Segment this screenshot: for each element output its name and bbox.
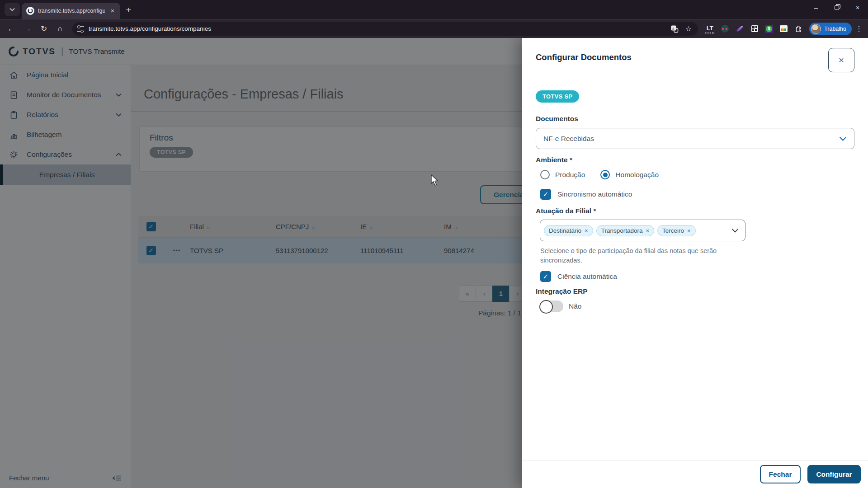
window-controls: – × (806, 0, 868, 15)
radio-producao-label: Produção (555, 171, 585, 179)
profile-name: Trabalho (824, 26, 846, 32)
qr-code-extension-icon[interactable] (750, 24, 759, 33)
atuacao-label: Atuação da Filial * (536, 207, 854, 215)
tab-title: transmite.totvs.app/configurati (38, 8, 105, 14)
configurar-button[interactable]: Configurar (807, 465, 861, 483)
modal-close-button[interactable]: × (828, 48, 854, 72)
money-extension-icon[interactable]: $ (765, 25, 773, 33)
tag-remove-button[interactable]: × (646, 227, 649, 234)
integracao-toggle[interactable] (540, 300, 563, 312)
tab-favicon-icon (26, 7, 34, 15)
modal-company-chip: TOTVS SP (536, 90, 579, 103)
back-button[interactable]: ← (5, 22, 18, 36)
window-restore-button[interactable] (826, 0, 847, 15)
url-bar[interactable]: transmite.totvs.app/configurations/compa… (72, 22, 698, 36)
tab-search-button[interactable] (5, 3, 20, 16)
sincronismo-label: Sincronismo automático (557, 190, 632, 198)
site-settings-icon[interactable] (77, 26, 84, 32)
radio-producao[interactable] (540, 170, 550, 179)
radio-homologacao-label: Homologação (615, 171, 659, 179)
tag-destinatario: Destinatário× (544, 225, 593, 236)
extensions-area: LT $ (705, 24, 803, 33)
browser-menu-button[interactable]: ⋮ (854, 24, 863, 33)
url-text: transmite.totvs.app/configurations/compa… (89, 25, 665, 32)
modal-title: Configurar Documentos (536, 52, 855, 62)
toggle-state-label: Não (569, 302, 581, 310)
documentos-select[interactable]: NF-e Recebidas (536, 128, 854, 149)
new-tab-button[interactable]: + (126, 5, 131, 15)
configure-documents-modal: Configurar Documentos × TOTVS SP Documen… (522, 38, 868, 488)
sincronismo-checkbox[interactable]: ✓ (540, 189, 551, 200)
browser-toolbar: ← → ↻ ⌂ transmite.totvs.app/configuratio… (0, 19, 868, 38)
restore-icon (835, 5, 839, 10)
screen: transmite.totvs.app/configurati × + – × … (0, 0, 868, 488)
window-minimize-button[interactable]: – (806, 0, 826, 15)
tag-terceiro: Terceiro× (657, 225, 696, 236)
home-button[interactable]: ⌂ (53, 22, 67, 36)
languagetool-extension-icon[interactable]: LT (705, 24, 714, 33)
integracao-label: Integração ERP (536, 287, 854, 296)
avatar-mask-extension-icon[interactable] (720, 24, 729, 33)
browser-tab[interactable]: transmite.totvs.app/configurati × (22, 3, 120, 19)
documentos-value: NF-e Recebidas (543, 135, 594, 143)
atuacao-helper-text: Selecione o tipo de participação da fili… (540, 246, 753, 265)
tag-remove-button[interactable]: × (585, 227, 588, 234)
chevron-down-icon (9, 8, 15, 11)
mouse-cursor (430, 174, 440, 186)
extensions-puzzle-icon[interactable] (794, 24, 803, 33)
modal-footer: Fechar Configurar (522, 460, 868, 488)
chevron-down-icon (731, 228, 739, 233)
atuacao-multiselect[interactable]: Destinatário× Transportadora× Terceiro× (540, 220, 745, 241)
documentos-label: Documentos (536, 115, 854, 123)
chevron-down-icon (839, 136, 847, 141)
ciencia-checkbox[interactable]: ✓ (540, 271, 551, 282)
ciencia-row: ✓ Ciência automática (540, 271, 854, 282)
page: TOTVS | TOTVS Transmite Página Inicial M… (0, 38, 868, 488)
feather-extension-icon[interactable] (735, 24, 744, 33)
translate-icon[interactable]: a (670, 24, 679, 33)
browser-profile-chip[interactable]: Trabalho (809, 23, 852, 35)
fechar-button[interactable]: Fechar (760, 465, 801, 483)
ambiente-radio-group: Produção Homologação (540, 170, 854, 179)
reload-button[interactable]: ↻ (37, 22, 51, 36)
ambiente-label: Ambiente * (536, 156, 854, 164)
tag-remove-button[interactable]: × (687, 227, 691, 234)
ciencia-label: Ciência automática (557, 272, 617, 281)
profile-avatar (811, 24, 821, 34)
browser-tab-strip: transmite.totvs.app/configurati × + – × (0, 0, 868, 19)
sincronismo-row: ✓ Sincronismo automático (540, 189, 854, 200)
tag-transportadora: Transportadora× (596, 225, 654, 236)
print-extension-icon[interactable] (779, 24, 788, 33)
integracao-toggle-row: Não (540, 300, 854, 312)
radio-homologacao[interactable] (600, 170, 610, 179)
forward-button[interactable]: → (21, 22, 34, 36)
tab-close-button[interactable]: × (108, 7, 117, 15)
window-close-button[interactable]: × (847, 0, 868, 15)
bookmark-star-icon[interactable]: ☆ (685, 24, 692, 33)
